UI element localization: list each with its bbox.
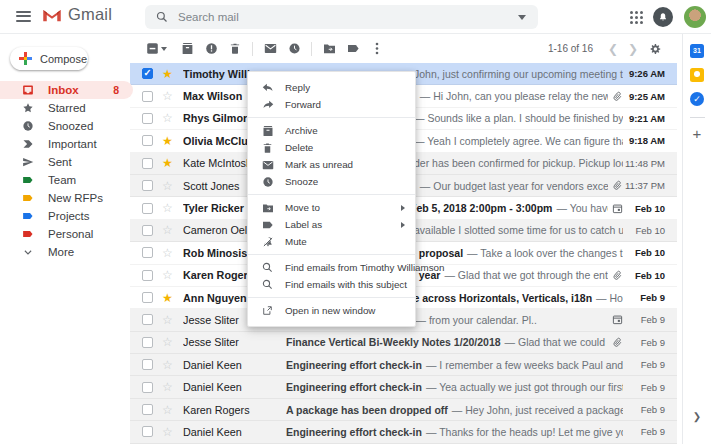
email-snippet: der has been confirmed for pickup. Picku… bbox=[414, 157, 623, 169]
sidebar-item-new-rfps[interactable]: New RFPs bbox=[0, 189, 133, 207]
row-checkbox[interactable] bbox=[142, 225, 153, 236]
email-snippet: available I slotted some time for us to … bbox=[414, 224, 623, 236]
settings-gear-icon[interactable] bbox=[643, 37, 667, 61]
star-icon[interactable]: ★ bbox=[161, 292, 174, 304]
row-checkbox[interactable] bbox=[142, 314, 153, 325]
keep-addon-icon[interactable] bbox=[690, 67, 705, 82]
star-icon[interactable]: ★ bbox=[161, 157, 174, 169]
menu-item-forward[interactable]: Forward bbox=[248, 96, 415, 113]
star-icon[interactable]: ☆ bbox=[161, 336, 174, 348]
more-options-button[interactable] bbox=[365, 37, 389, 61]
row-checkbox[interactable] bbox=[142, 203, 153, 214]
menu-item-open-new-window[interactable]: Open in new window bbox=[248, 302, 415, 319]
star-icon[interactable]: ★ bbox=[161, 68, 174, 80]
newer-page-button[interactable]: ❮ bbox=[603, 42, 623, 56]
sidebar-item-more[interactable]: More bbox=[0, 243, 133, 261]
mark-as-read-button[interactable] bbox=[258, 37, 282, 61]
star-icon[interactable]: ☆ bbox=[161, 202, 174, 214]
archive-button[interactable] bbox=[175, 37, 199, 61]
sidebar-item-snoozed[interactable]: Snoozed bbox=[0, 117, 133, 135]
sidebar-item-sent[interactable]: Sent bbox=[0, 153, 133, 171]
row-checkbox[interactable] bbox=[142, 113, 153, 124]
row-checkbox[interactable] bbox=[142, 337, 153, 348]
row-checkbox[interactable] bbox=[142, 180, 153, 191]
sidebar-item-inbox[interactable]: Inbox 8 bbox=[0, 81, 133, 99]
menu-item-find-with-subject[interactable]: Find emails with this subject bbox=[248, 276, 415, 293]
star-icon[interactable]: ☆ bbox=[161, 404, 174, 416]
star-icon[interactable]: ☆ bbox=[161, 426, 174, 438]
star-icon[interactable]: ☆ bbox=[161, 112, 174, 124]
addons-divider bbox=[690, 117, 705, 118]
row-checkbox[interactable] bbox=[142, 135, 153, 146]
report-spam-button[interactable] bbox=[199, 37, 223, 61]
star-icon[interactable]: ☆ bbox=[161, 381, 174, 393]
email-sender: Daniel Keen bbox=[183, 426, 284, 438]
menu-item-find-from-sender[interactable]: Find emails from Timothy Williamson bbox=[248, 259, 415, 276]
apps-grid-icon[interactable] bbox=[630, 11, 643, 24]
email-row[interactable]: ☆ Karen Rogers A package has been droppe… bbox=[130, 399, 677, 421]
row-checkbox[interactable] bbox=[142, 68, 153, 79]
menu-item-label: Label as bbox=[285, 219, 322, 230]
search-input[interactable]: Search mail bbox=[178, 11, 518, 23]
email-sender: Daniel Keen bbox=[183, 359, 284, 371]
get-addons-icon[interactable]: + bbox=[693, 127, 702, 141]
snooze-button[interactable] bbox=[282, 37, 306, 61]
older-page-button[interactable]: ❯ bbox=[623, 42, 643, 56]
menu-item-snooze[interactable]: Snooze bbox=[248, 173, 415, 190]
main-menu-icon[interactable] bbox=[16, 11, 31, 22]
menu-item-label: Find emails from Timothy Williamson bbox=[285, 262, 445, 273]
row-checkbox[interactable] bbox=[142, 247, 153, 258]
row-checkbox[interactable] bbox=[142, 292, 153, 303]
email-snippet: — Hope everyo.. bbox=[596, 292, 623, 304]
row-checkbox[interactable] bbox=[142, 404, 153, 415]
row-checkbox[interactable] bbox=[142, 270, 153, 281]
star-icon[interactable]: ☆ bbox=[161, 247, 174, 259]
menu-item-label: Mute bbox=[285, 236, 307, 247]
tasks-addon-icon[interactable]: ✓ bbox=[690, 91, 705, 106]
calendar-addon-icon[interactable]: 31 bbox=[690, 43, 705, 58]
menu-item-label-as[interactable]: Label as bbox=[248, 216, 415, 233]
menu-item-archive[interactable]: Archive bbox=[248, 122, 415, 139]
compose-button[interactable]: Compose bbox=[10, 47, 88, 70]
row-checkbox[interactable] bbox=[142, 359, 153, 370]
sidebar-item-starred[interactable]: Starred bbox=[0, 99, 133, 117]
row-checkbox[interactable] bbox=[142, 426, 153, 437]
labels-button[interactable] bbox=[341, 37, 365, 61]
menu-item-move-to[interactable]: Move to bbox=[248, 199, 415, 216]
sidebar-item-important[interactable]: Important bbox=[0, 135, 133, 153]
star-icon[interactable]: ☆ bbox=[161, 314, 174, 326]
menu-item-mark-unread[interactable]: Mark as unread bbox=[248, 156, 415, 173]
collapse-panel-icon[interactable]: ❯ bbox=[693, 411, 701, 422]
menu-item-mute[interactable]: Mute bbox=[248, 233, 415, 250]
move-to-button[interactable] bbox=[317, 37, 341, 61]
mark-unread-icon bbox=[261, 160, 274, 170]
star-icon[interactable]: ☆ bbox=[161, 90, 174, 102]
star-icon[interactable]: ☆ bbox=[161, 180, 174, 192]
sidebar-item-projects[interactable]: Projects bbox=[0, 207, 133, 225]
menu-item-delete[interactable]: Delete bbox=[248, 139, 415, 156]
search-options-caret-icon[interactable] bbox=[518, 15, 526, 20]
email-row[interactable]: ☆ Daniel Keen Engineering effort check-i… bbox=[130, 376, 677, 398]
star-icon[interactable]: ☆ bbox=[161, 269, 174, 281]
email-date: Feb 9 bbox=[623, 382, 677, 393]
email-row[interactable]: ☆ Daniel Keen Engineering effort check-i… bbox=[130, 421, 677, 443]
select-options-caret-icon[interactable] bbox=[161, 47, 167, 51]
delete-button[interactable] bbox=[223, 37, 247, 61]
email-row[interactable]: ☆ Jesse Sliter Finance Vertical Bi-Weekl… bbox=[130, 332, 677, 354]
star-icon[interactable]: ★ bbox=[161, 135, 174, 147]
email-row[interactable]: ☆ Daniel Keen Engineering effort check-i… bbox=[130, 354, 677, 376]
notifications-icon[interactable] bbox=[653, 7, 673, 27]
row-checkbox[interactable] bbox=[142, 91, 153, 102]
menu-item-reply[interactable]: Reply bbox=[248, 79, 415, 96]
row-checkbox[interactable] bbox=[142, 158, 153, 169]
sidebar-item-label: Important bbox=[48, 138, 97, 150]
sidebar-item-team[interactable]: Team bbox=[0, 171, 133, 189]
menu-divider bbox=[248, 194, 415, 195]
search-bar[interactable]: Search mail bbox=[145, 5, 538, 29]
row-checkbox[interactable] bbox=[142, 382, 153, 393]
sidebar-item-personal[interactable]: Personal bbox=[0, 225, 133, 243]
star-icon[interactable]: ☆ bbox=[161, 359, 174, 371]
star-icon[interactable]: ☆ bbox=[161, 224, 174, 236]
account-avatar[interactable] bbox=[684, 6, 706, 28]
menu-item-label: Open in new window bbox=[285, 305, 375, 316]
